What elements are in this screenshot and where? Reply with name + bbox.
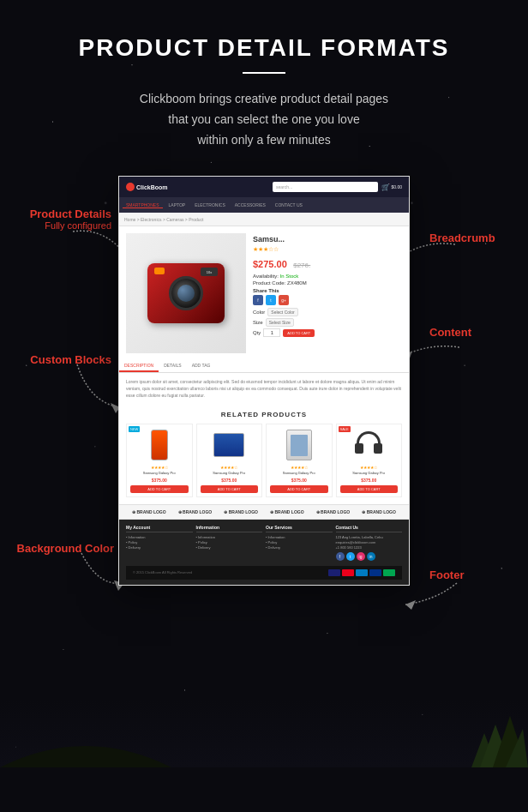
ss-brand-logo-6: ⊕ BRAND LOGO [362, 509, 396, 514]
ss-product-image: 10x [126, 233, 246, 353]
ss-name-3: Samsung Galaxy Pro [270, 471, 328, 475]
ss-breadcrumb-text: Home > Electronics > Cameras > Product [124, 217, 203, 222]
camera-body: 10x [147, 263, 225, 323]
ss-footer-item-2-1: • Information [196, 535, 263, 539]
left-labels: Product Details Fully configured Custom … [0, 176, 120, 690]
ss-size-row: Size Select Size [253, 318, 402, 327]
ss-badge-4: SALE [339, 426, 351, 432]
ss-nav-smartphones: SMARTPHONES [123, 202, 163, 208]
ss-price-4: $375.00 [340, 478, 399, 483]
ss-price-1: $375.00 [130, 478, 189, 483]
ss-brand-logo-5: ⊕ BRAND LOGO [316, 509, 351, 514]
ss-color-row: Color Select Color [253, 308, 402, 316]
ss-product-code: Product Code: ZX480M [253, 280, 402, 286]
ss-footer-copyright: © 2015 ClickBoom All Rights Reserved [133, 570, 192, 574]
ss-related-item-3: ★★★★☆ Samsung Galaxy Pro $375.00 ADD TO … [266, 424, 333, 496]
ss-qty-box: 1 [263, 328, 280, 337]
ss-gplus-icon: g+ [279, 295, 289, 305]
ss-qty-row: Qty 1 ADD TO CART [253, 328, 402, 337]
ss-header: ClickBoom search... 🛒 $0.00 [119, 177, 409, 197]
ss-cart: 🛒 $0.00 [381, 183, 403, 191]
ss-desc-block: Lorem ipsum dolor sit amet, consectetur … [119, 373, 409, 404]
page-wrapper: PRODUCT DETAIL FORMATS Clickboom brings … [0, 0, 528, 812]
background-color-label: Background Color [4, 542, 114, 555]
right-labels: Breadcrumb Content Footer [425, 176, 528, 690]
ss-btn-4[interactable]: ADD TO CART [340, 485, 399, 493]
ss-tablet-img [213, 433, 244, 457]
ss-footer-ig-icon: ig [357, 552, 365, 561]
ss-product-area: 10x Samsu... ★★★☆☆ $275.00 $276. Availab… [119, 226, 409, 360]
ss-payment-pp [369, 569, 381, 576]
ss-btn-2[interactable]: ADD TO CART [201, 485, 259, 493]
ss-footer-item-1-3: • Delivery [126, 545, 193, 550]
ss-nav-contact: CONTACT US [272, 202, 306, 208]
ss-logo-text: ClickBoom [136, 184, 168, 190]
subtitle-line2: that you can select the one you love [168, 112, 359, 126]
camera-display: 10x [201, 268, 218, 276]
ss-brand-logo-4: ⊕ BRAND LOGO [270, 509, 304, 514]
decorative-trees [0, 699, 528, 767]
title-divider [243, 72, 285, 74]
ss-tab-details[interactable]: DETAILS [159, 360, 186, 372]
ss-badge-1: NEW [129, 426, 140, 432]
ss-footer-cols: My Account • Information • Policy • Deli… [126, 525, 402, 561]
ss-related-img-3 [270, 428, 328, 462]
ss-price-2: $375.00 [201, 478, 259, 483]
footer-label: Footer [429, 568, 524, 581]
subtitle-line1: Clickboom brings creative product detail… [140, 92, 388, 105]
ss-btn-1[interactable]: ADD TO CART [130, 485, 189, 493]
ss-footer-col-4: Contact Us 123 Ang Loretta, Labella, Ceb… [336, 525, 403, 561]
ss-size-select: Select Size [266, 318, 294, 327]
ss-related-title: RELATED PRODUCTS [126, 411, 402, 418]
ss-nav-electronics: ELECTRONICS [191, 202, 229, 208]
ss-tab-bar: DESCRIPTION DETAILS ADD TAG [119, 360, 409, 373]
ss-footer-col-title-3: Our Services [266, 525, 333, 532]
ss-nav-accessories: ACCESSORIES [231, 202, 269, 208]
ss-footer-phone: +1 800 560 1223 [336, 545, 403, 550]
ss-availability: Availability: In Stock [253, 274, 402, 279]
ss-footer-address: 123 Ang Loretta, Labella, Cebu [336, 535, 403, 539]
ss-product-name: Samsu... [253, 235, 402, 244]
ss-social-share: f t g+ [253, 295, 402, 305]
ss-phone-img-1 [151, 430, 168, 460]
tree-silhouettes [0, 699, 528, 767]
subtitle: Clickboom brings creative product detail… [79, 89, 450, 150]
ss-tab-addtag[interactable]: ADD TAG [187, 360, 216, 372]
ss-footer-item-3-1: • Information [266, 535, 333, 539]
ss-related-item-4: SALE ★★★★☆ [336, 424, 403, 496]
ss-social-icons: f t ig in [336, 552, 403, 561]
ss-name-4: Samsung Galaxy Pro [340, 471, 399, 475]
ss-tab-description[interactable]: DESCRIPTION [119, 360, 159, 372]
ss-footer-item-2-3: • Delivery [196, 545, 263, 550]
ss-footer-fb-icon: f [336, 552, 345, 561]
main-content-area: Product Details Fully configured Custom … [0, 176, 528, 690]
ss-stars-4: ★★★★☆ [340, 465, 399, 470]
ss-footer-email: enquiries@clickboom.com [336, 540, 403, 544]
ss-price-old: $276. [293, 262, 310, 269]
ss-related-section: RELATED PRODUCTS NEW ★★★★☆ Samsung Galax… [119, 404, 409, 503]
breadcrumb-label: Breadcrumb [429, 232, 524, 244]
ss-footer-item-1-1: • Information [126, 535, 193, 539]
ss-stars-2: ★★★★☆ [201, 465, 259, 470]
ss-tw-icon: t [266, 295, 276, 305]
ss-add-to-cart-btn[interactable]: ADD TO CART [283, 329, 315, 337]
ss-footer-li-icon: in [367, 552, 375, 561]
svg-marker-5 [405, 600, 416, 610]
ss-footer-col-title-2: Information [196, 525, 263, 532]
ss-brand-logo-1: ⊕ BRAND LOGO [132, 509, 166, 514]
camera-lens [169, 276, 203, 310]
ss-nav-laptop: LAPTOP [165, 202, 189, 208]
ss-payment-visa [328, 569, 340, 576]
content-label: Content [429, 326, 524, 339]
ss-footer-col-1: My Account • Information • Policy • Deli… [126, 525, 193, 561]
ss-color-select: Select Color [267, 308, 297, 316]
ss-product-info: Samsu... ★★★☆☆ $275.00 $276. Availabilit… [253, 233, 402, 353]
ss-brand-logo-2: ⊕ BRAND LOGO [178, 509, 213, 514]
ss-footer-bottom: © 2015 ClickBoom All Rights Reserved [126, 566, 402, 580]
ss-stars-3: ★★★★☆ [270, 465, 328, 470]
ss-payment-ae [356, 569, 368, 576]
ss-logos-bar: ⊕ BRAND LOGO ⊕ BRAND LOGO ⊕ BRAND LOGO ⊕… [119, 504, 409, 520]
ss-btn-3[interactable]: ADD TO CART [270, 485, 328, 493]
ss-footer-item-3-3: • Delivery [266, 545, 333, 550]
ss-footer-item-1-2: • Policy [126, 540, 193, 544]
